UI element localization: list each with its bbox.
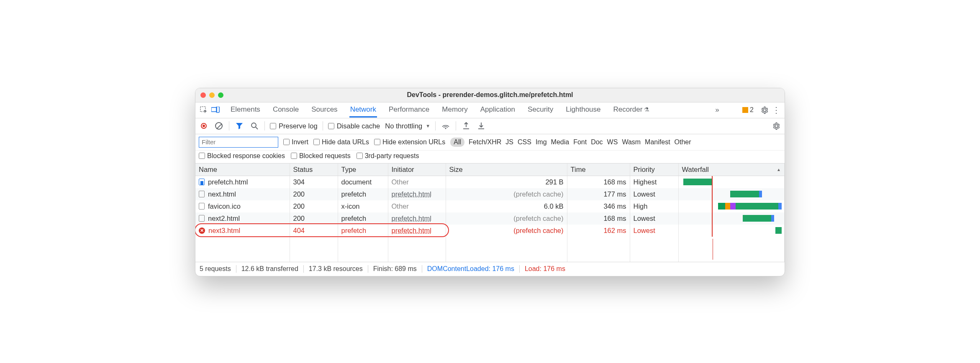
request-time: 162 ms	[567, 225, 630, 237]
network-settings-icon[interactable]	[771, 121, 781, 131]
tab-security[interactable]: Security	[527, 102, 554, 118]
col-waterfall[interactable]: Waterfall	[678, 164, 785, 176]
tab-network[interactable]: Network	[349, 102, 377, 118]
type-filter-font[interactable]: Font	[573, 138, 587, 146]
status-transferred: 12.6 kB transferred	[241, 265, 298, 273]
tab-recorder[interactable]: Recorder ⚗	[613, 102, 651, 118]
type-filter-other[interactable]: Other	[675, 138, 691, 146]
divider	[323, 121, 323, 130]
col-size[interactable]: Size	[446, 164, 567, 176]
clear-button[interactable]	[214, 121, 224, 131]
status-requests: 5 requests	[200, 265, 231, 273]
type-filter-wasm[interactable]: Wasm	[622, 138, 641, 146]
hide-data-urls-checkbox[interactable]: Hide data URLs	[313, 138, 369, 146]
tab-performance[interactable]: Performance	[388, 102, 430, 118]
warning-icon	[742, 107, 748, 113]
request-priority: Lowest	[630, 212, 678, 225]
type-filter-img[interactable]: Img	[536, 138, 547, 146]
request-time: 168 ms	[567, 176, 630, 188]
tab-elements[interactable]: Elements	[230, 102, 261, 118]
type-filter-ws[interactable]: WS	[607, 138, 618, 146]
record-button[interactable]	[199, 121, 209, 131]
hide-extension-urls-checkbox[interactable]: Hide extension URLs	[374, 138, 445, 146]
flask-icon: ⚗	[642, 106, 649, 113]
tab-console[interactable]: Console	[272, 102, 300, 118]
network-table: Name Status Type Initiator Size Time Pri…	[195, 164, 785, 262]
table-row[interactable]: prefetch.html304documentOther291 B168 ms…	[195, 176, 785, 188]
col-name[interactable]: Name	[195, 164, 290, 176]
hide-ext-label: Hide extension URLs	[382, 138, 445, 146]
export-har-icon[interactable]	[461, 121, 471, 131]
network-conditions-icon[interactable]	[441, 121, 451, 131]
waterfall-cell	[680, 212, 783, 225]
status-load: Load: 176 ms	[525, 265, 565, 273]
disable-cache-checkbox[interactable]: Disable cache	[328, 122, 380, 130]
zoom-window-button[interactable]	[218, 92, 223, 98]
svg-point-5	[445, 128, 446, 129]
initiator-link[interactable]: prefetch.html	[392, 190, 431, 198]
request-name: favicon.ico	[208, 202, 241, 210]
preserve-log-label: Preserve log	[279, 122, 318, 130]
third-party-checkbox[interactable]: 3rd-party requests	[357, 152, 419, 160]
file-icon	[199, 203, 205, 210]
tab-sources[interactable]: Sources	[310, 102, 338, 118]
throttling-select[interactable]: No throttling ▼	[385, 122, 430, 130]
tab-lighthouse[interactable]: Lighthouse	[565, 102, 601, 118]
filter-bar: Invert Hide data URLs Hide extension URL…	[195, 134, 785, 151]
request-status: 404	[290, 225, 338, 237]
divider	[229, 121, 229, 130]
import-har-icon[interactable]	[476, 121, 486, 131]
type-filter-media[interactable]: Media	[551, 138, 570, 146]
waterfall-cell	[680, 225, 783, 237]
type-filter-doc[interactable]: Doc	[591, 138, 603, 146]
waterfall-cell	[680, 188, 783, 200]
inspect-element-icon[interactable]	[199, 105, 209, 115]
col-priority[interactable]: Priority	[630, 164, 678, 176]
invert-label: Invert	[292, 138, 308, 146]
waterfall-cell	[680, 176, 783, 188]
filter-toggle-icon[interactable]	[234, 121, 244, 131]
kebab-menu-icon[interactable]: ⋮	[771, 105, 781, 115]
initiator-text: Other	[388, 200, 446, 212]
col-time[interactable]: Time	[567, 164, 630, 176]
panel-tabs-row: ElementsConsoleSourcesNetworkPerformance…	[195, 102, 785, 118]
table-row[interactable]: next2.html200prefetchprefetch.html(prefe…	[195, 212, 785, 225]
request-priority: Highest	[630, 176, 678, 188]
blocked-cookies-checkbox[interactable]: Blocked response cookies	[199, 152, 285, 160]
type-filter-css[interactable]: CSS	[518, 138, 531, 146]
tab-memory[interactable]: Memory	[441, 102, 468, 118]
error-icon: ✕	[199, 228, 205, 234]
minimize-window-button[interactable]	[209, 92, 215, 98]
col-type[interactable]: Type	[338, 164, 388, 176]
disable-cache-label: Disable cache	[337, 122, 380, 130]
table-row[interactable]: next.html200prefetchprefetch.html(prefet…	[195, 188, 785, 200]
close-window-button[interactable]	[200, 92, 206, 98]
request-time: 346 ms	[567, 200, 630, 212]
tab-application[interactable]: Application	[480, 102, 516, 118]
more-tabs-button[interactable]: »	[712, 105, 722, 115]
col-status[interactable]: Status	[290, 164, 338, 176]
type-filter-js[interactable]: JS	[505, 138, 513, 146]
blocked-requests-checkbox[interactable]: Blocked requests	[291, 152, 351, 160]
request-size: (prefetch cache)	[446, 188, 567, 200]
type-filter-fetchxhr[interactable]: Fetch/XHR	[469, 138, 501, 146]
request-priority: Lowest	[630, 225, 678, 237]
table-row[interactable]: ✕next3.html404prefetchprefetch.html(pref…	[195, 225, 785, 237]
divider	[435, 121, 436, 130]
table-row[interactable]: favicon.ico200x-iconOther6.0 kB346 msHig…	[195, 200, 785, 212]
issues-badge[interactable]: 2	[742, 106, 754, 114]
initiator-link[interactable]: prefetch.html	[392, 227, 431, 234]
request-size: (prefetch cache)	[446, 212, 567, 225]
type-filter-manifest[interactable]: Manifest	[645, 138, 670, 146]
request-name: next2.html	[208, 215, 240, 222]
device-toolbar-icon[interactable]	[210, 105, 221, 115]
initiator-link[interactable]: prefetch.html	[392, 215, 431, 222]
type-filter-all[interactable]: All	[450, 138, 464, 147]
settings-icon[interactable]	[759, 105, 770, 115]
col-initiator[interactable]: Initiator	[388, 164, 446, 176]
filter-input[interactable]	[199, 137, 278, 148]
search-icon[interactable]	[249, 121, 259, 131]
invert-checkbox[interactable]: Invert	[283, 138, 308, 146]
request-type: document	[338, 176, 388, 188]
preserve-log-checkbox[interactable]: Preserve log	[270, 122, 318, 130]
